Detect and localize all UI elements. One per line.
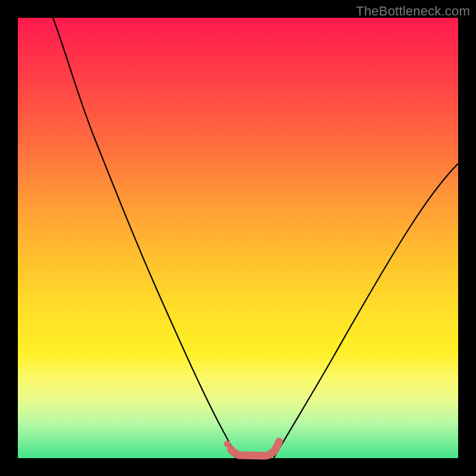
marker-strip — [231, 441, 279, 456]
plot-area — [18, 18, 458, 458]
curve-layer — [18, 18, 458, 458]
chart-frame: TheBottleneck.com — [0, 0, 476, 476]
right-curve — [274, 164, 458, 458]
watermark-text: TheBottleneck.com — [356, 4, 470, 19]
left-curve — [53, 18, 236, 458]
